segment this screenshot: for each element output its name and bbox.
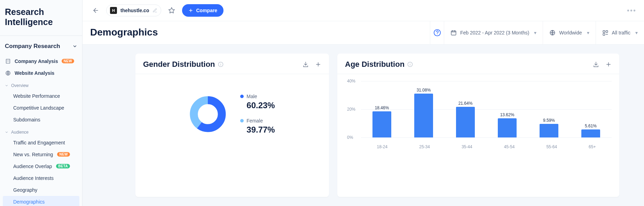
domain-label: thehustle.co [120,8,149,13]
legend-label: Female [246,118,263,124]
sidebar-item-geography[interactable]: Geography [0,184,82,196]
bar-value-label: 21.64% [458,101,473,106]
chevron-down-icon [5,130,8,134]
xtick-label: 55-64 [546,144,557,149]
sidebar-link-company-analysis[interactable]: Company Analysis NEW [0,55,82,67]
ytick-label: 20% [347,107,355,112]
download-button[interactable] [593,61,599,68]
titlebar: Demographics Feb 2022 - Apr 2022 (3 Mont… [83,21,644,45]
help-button[interactable] [430,21,444,44]
card-gender-distribution: Gender Distribution [135,54,329,197]
card-age-distribution: Age Distribution 0%20% [337,54,619,197]
svg-rect-14 [606,31,607,32]
divider [0,35,82,36]
nav-item-label: New vs. Returning [13,152,53,157]
gender-chart: Male 60.23% Female 39.77% [135,74,329,154]
nav-item-label: Website Performance [13,93,60,99]
back-button[interactable] [90,5,101,16]
compare-button[interactable]: Compare [182,4,223,17]
legend-label: Male [246,94,257,99]
sidebar-item-audience-interests[interactable]: Audience Interests [0,172,82,184]
nav-item-label: Audience Overlap [13,164,52,169]
sidebar-item-demographics[interactable]: Demographics [3,196,79,206]
svg-point-26 [410,63,410,63]
sidebar-link-label: Company Analysis [15,58,58,64]
sidebar-section-company-research[interactable]: Company Research [0,37,82,55]
legend-female: Female 39.77% [240,118,275,135]
building-icon [5,58,11,64]
xtick-label: 35-44 [462,144,472,149]
chart-bars: 18.46%31.08%21.64%13.62%9.59%5.61% [361,81,612,137]
info-icon[interactable] [218,62,223,67]
svg-point-7 [437,34,437,34]
filter-region-label: Worldwide [559,30,582,35]
xtick-label: 45-54 [504,144,515,149]
bar-value-label: 31.08% [417,88,431,93]
sidebar-item-competitive-landscape[interactable]: Competitive Landscape [0,102,82,114]
sidebar-group-overview[interactable]: Overview [0,79,82,90]
nav-item-label: Demographics [13,199,45,205]
chart-xlabels: 18-2425-3435-4445-5455-6465+ [361,144,612,149]
swatch-female [240,119,244,122]
card-title: Age Distribution [345,60,405,69]
swatch-male [240,95,244,98]
svg-rect-15 [603,33,605,35]
sidebar-group-label: Audience [11,130,29,135]
sidebar-item-website-performance[interactable]: Website Performance [0,90,82,102]
bar-value-label: 5.61% [585,124,597,128]
svg-rect-8 [451,31,456,35]
badge-new: NEW [62,59,74,63]
caret-down-icon: ▾ [534,30,536,35]
edit-icon[interactable] [152,8,157,13]
svg-marker-3 [169,8,175,13]
compare-button-label: Compare [196,8,217,13]
donut-chart [189,96,226,133]
sidebar-item-subdomains[interactable]: Subdomains [0,114,82,126]
calendar-icon [450,30,457,36]
globe-icon [549,30,556,36]
favicon-icon: H [110,7,117,14]
filter-traffic-label: All traffic [612,30,630,35]
main: H thehustle.co Compare ••• Demographics [83,0,644,206]
svg-point-18 [220,63,221,63]
content: Gender Distribution [83,45,644,206]
sidebar-group-audience[interactable]: Audience [0,126,82,137]
bar-wrap: 18.46% [370,111,394,137]
domain-chip[interactable]: H thehustle.co [106,5,161,16]
brand-title: Research Intelligence [0,0,82,33]
bar [540,124,558,137]
download-button[interactable] [303,61,309,68]
card-actions [593,61,612,68]
sidebar-link-label: Website Analysis [15,70,54,76]
bar [581,129,600,137]
chevron-down-icon [72,44,77,49]
xtick-label: 18-24 [377,144,388,149]
sidebar-item-new-vs-returning[interactable]: New vs. Returning NEW [0,149,82,160]
badge-new: NEW [57,152,70,157]
add-button[interactable] [315,61,321,68]
nav-item-label: Subdomains [13,117,40,122]
filter-traffic[interactable]: All traffic ▾ [596,21,644,44]
more-button[interactable]: ••• [627,7,636,15]
globe-icon [5,70,11,76]
sidebar-item-traffic-engagement[interactable]: Traffic and Engagement [0,137,82,149]
sidebar-link-website-analysis[interactable]: Website Analysis [0,67,82,79]
bar [414,94,433,137]
sidebar-group-label: Overview [11,83,29,88]
filter-date-range[interactable]: Feb 2022 - Apr 2022 (3 Months) ▾ [444,21,543,44]
add-button[interactable] [605,61,612,68]
nav-item-label: Competitive Landscape [13,105,64,111]
nav-item-label: Traffic and Engagement [13,140,65,145]
card-actions [303,61,321,68]
ytick-label: 0% [347,135,353,140]
bar-wrap: 21.64% [453,107,478,137]
xtick-label: 65+ [589,144,596,149]
page-title: Demographics [83,21,430,44]
info-icon[interactable] [407,62,413,67]
card-header: Gender Distribution [135,54,329,74]
nav-item-label: Geography [13,187,37,193]
filter-region[interactable]: Worldwide ▾ [543,21,595,44]
favorite-button[interactable] [166,5,177,16]
sidebar-item-audience-overlap[interactable]: Audience Overlap BETA [0,160,82,172]
age-chart: 0%20%40% 18.46%31.08%21.64%13.62%9.59%5.… [337,74,619,154]
